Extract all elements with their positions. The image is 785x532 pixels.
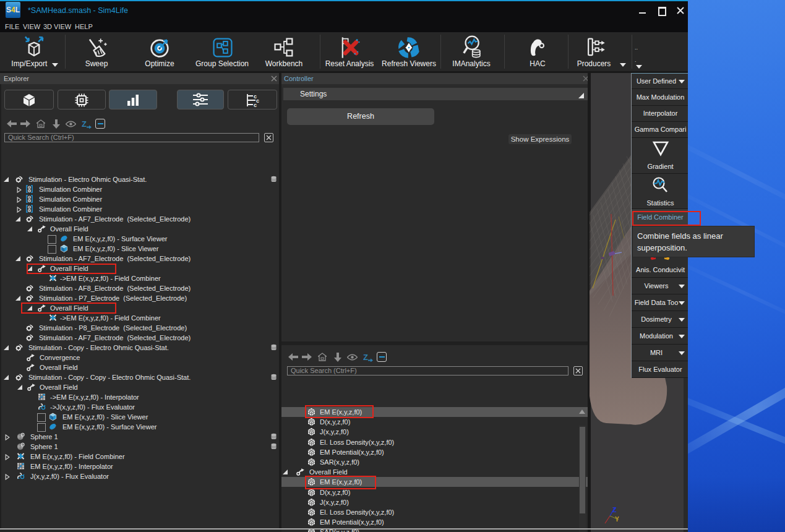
svg-text:Z: Z xyxy=(612,506,617,513)
